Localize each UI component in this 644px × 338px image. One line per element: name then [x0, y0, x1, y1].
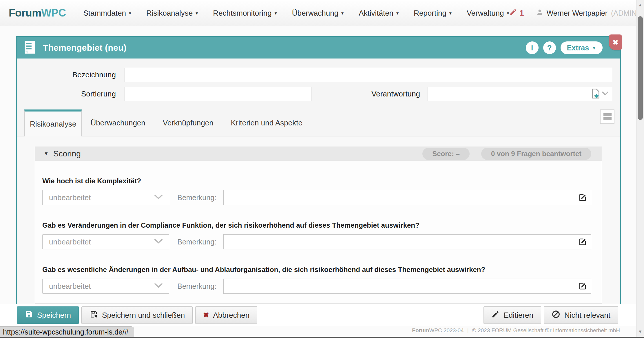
tab-content-risikoanalyse: ▼ Scoring Score: – 0 von 9 Fragen beantw… — [17, 136, 620, 304]
help-button[interactable]: ? — [543, 41, 556, 54]
chevron-down-icon[interactable] — [602, 92, 608, 97]
chevron-down-icon — [154, 195, 163, 200]
info-icon: i — [531, 43, 533, 52]
menu-item-ueberwachung[interactable]: Überwachung▾ — [292, 9, 344, 18]
scoring-badges: Score: – 0 von 9 Fragen beantwortet — [422, 148, 591, 160]
open-edits-count: 1 — [519, 8, 524, 18]
scoring-panel-header[interactable]: ▼ Scoring Score: – 0 von 9 Fragen beantw… — [35, 147, 602, 161]
footer-separator: | — [467, 327, 469, 333]
caret-down-icon: ▾ — [449, 10, 452, 16]
rows-icon — [603, 113, 612, 120]
score-badge: Score: – — [422, 148, 470, 160]
edit-note-icon[interactable] — [578, 237, 588, 247]
user-menu[interactable]: Werner Wertpapier (ADMINISTRATOR) ▾ — [536, 9, 644, 17]
caret-down-icon: ▾ — [196, 10, 198, 16]
dialog-header: Themengebiet (neu) i ? Extras ▼ — [17, 37, 620, 59]
collapse-caret-icon: ▼ — [44, 151, 49, 157]
question-text: Gab es wesentliche Änderungen in der Auf… — [42, 266, 591, 274]
pencil-icon — [509, 8, 517, 18]
tab-ueberwachungen[interactable]: Überwachungen — [82, 109, 154, 136]
bemerkung-field — [223, 279, 591, 294]
question-text: Wie hoch ist die Komplexität? — [42, 177, 591, 185]
close-dialog-button[interactable]: ✖ — [609, 34, 622, 50]
sortierung-input[interactable] — [125, 87, 311, 101]
abbrechen-button[interactable]: ✖ Abbrechen — [195, 306, 257, 324]
bemerkung-field — [223, 234, 591, 249]
open-edits-counter[interactable]: 1 — [509, 8, 524, 18]
main-menu: Stammdaten▾ Risikoanalyse▾ Rechtsmonitor… — [83, 9, 509, 18]
edit-note-icon[interactable] — [578, 281, 588, 291]
save-close-icon — [89, 310, 98, 321]
dialog-title: Themengebiet (neu) — [43, 43, 127, 53]
pencil-icon — [491, 310, 499, 320]
new-entry-icon[interactable]: ✱ — [592, 89, 600, 100]
dialog-tabbar: Risikoanalyse Überwachungen Verknüpfunge… — [17, 109, 620, 136]
window-bottom-edge — [0, 337, 644, 338]
caret-down-icon: ▾ — [341, 10, 344, 16]
menu-item-stammdaten[interactable]: Stammdaten▾ — [83, 9, 131, 18]
scoring-panel: ▼ Scoring Score: – 0 von 9 Fragen beantw… — [35, 147, 602, 304]
bemerkung-input[interactable] — [224, 279, 578, 293]
info-button[interactable]: i — [526, 41, 539, 54]
question-answer-select[interactable]: unbearbeitet — [42, 279, 169, 294]
menu-item-aktivitaeten[interactable]: Aktivitäten▾ — [359, 9, 399, 18]
menu-item-reporting[interactable]: Reporting▾ — [414, 9, 452, 18]
menu-item-verwaltung[interactable]: Verwaltung▾ — [467, 9, 509, 18]
tab-kriterien-und-aspekte[interactable]: Kriterien und Aspekte — [222, 109, 311, 136]
logo-wpc: WPC — [41, 7, 66, 19]
app-logo[interactable]: ForumWPC — [9, 7, 66, 19]
speichern-und-schliessen-button[interactable]: Speichern und schließen — [81, 306, 193, 324]
editieren-button[interactable]: Editieren — [484, 306, 541, 324]
bezeichnung-input[interactable] — [125, 68, 612, 82]
verantwortung-field: ✱ — [428, 87, 612, 101]
speichern-button[interactable]: Speichern — [17, 306, 79, 324]
action-bar-right: Editieren Nicht relevant — [484, 306, 618, 324]
caret-down-icon: ▾ — [275, 10, 277, 16]
cancel-x-icon: ✖ — [203, 311, 209, 319]
footer-version-bold: Forum — [412, 327, 429, 333]
verantwortung-label: Verantwortung — [335, 87, 420, 101]
status-url: https://suite-wpcschulung.forum-is.de/# — [3, 328, 129, 336]
question-row: unbearbeitet Bemerkung: — [42, 190, 591, 205]
tab-verknuepfungen[interactable]: Verknüpfungen — [154, 109, 222, 136]
bemerkung-label: Bemerkung: — [169, 193, 216, 202]
app-window: ForumWPC Stammdaten▾ Risikoanalyse▾ Rech… — [0, 0, 644, 338]
nicht-relevant-button[interactable]: Nicht relevant — [544, 306, 618, 324]
question-row: unbearbeitet Bemerkung: — [42, 279, 591, 294]
svg-text:✱: ✱ — [594, 93, 599, 98]
footer-copyright: © 2023 FORUM Gesellschaft für Informatio… — [472, 327, 620, 333]
caret-down-icon: ▾ — [129, 10, 131, 16]
bemerkung-field — [223, 190, 591, 205]
document-icon — [24, 41, 35, 55]
close-icon: ✖ — [612, 38, 619, 47]
scroll-up-icon[interactable]: ▲ — [636, 2, 644, 7]
menu-item-risikoanalyse[interactable]: Risikoanalyse▾ — [146, 9, 198, 18]
logo-forum: Forum — [9, 7, 41, 19]
layout-rows-button[interactable] — [600, 109, 614, 124]
question-answer-select[interactable]: unbearbeitet — [42, 190, 169, 205]
menu-item-rechtsmonitoring[interactable]: Rechtsmonitoring▾ — [213, 9, 277, 18]
extras-dropdown-button[interactable]: Extras ▼ — [561, 41, 603, 54]
user-icon — [536, 9, 543, 17]
dialog-action-bar: Speichern Speichern und schließen ✖ Abbr… — [0, 304, 644, 326]
progress-badge: 0 von 9 Fragen beantwortet — [481, 148, 591, 160]
tab-risikoanalyse[interactable]: Risikoanalyse — [24, 109, 82, 136]
question-icon: ? — [547, 43, 552, 52]
bemerkung-input[interactable] — [224, 190, 578, 205]
app-footer: ForumWPC 2023-04|© 2023 FORUM Gesellscha… — [412, 327, 620, 334]
question-row: unbearbeitet Bemerkung: — [42, 234, 591, 249]
bemerkung-input[interactable] — [224, 235, 578, 249]
verantwortung-icons: ✱ — [592, 89, 612, 100]
caret-down-icon: ▾ — [507, 10, 509, 16]
scroll-down-icon[interactable]: ▼ — [636, 329, 644, 334]
scoring-title: Scoring — [53, 149, 81, 158]
topbar-right: 1 Werner Wertpapier (ADMINISTRATOR) ▾ — [509, 5, 644, 21]
top-navbar: ForumWPC Stammdaten▾ Risikoanalyse▾ Rech… — [0, 0, 644, 26]
dialog-header-actions: i ? Extras ▼ — [526, 41, 603, 54]
verantwortung-input[interactable] — [428, 87, 592, 101]
question-answer-select[interactable]: unbearbeitet — [42, 234, 169, 249]
edit-note-icon[interactable] — [578, 193, 588, 202]
scrollbar-thumb[interactable] — [638, 16, 643, 120]
scoring-questions: Wie hoch ist die Komplexität? unbearbeit… — [35, 177, 602, 294]
action-bar-left: Speichern Speichern und schließen ✖ Abbr… — [17, 306, 257, 324]
